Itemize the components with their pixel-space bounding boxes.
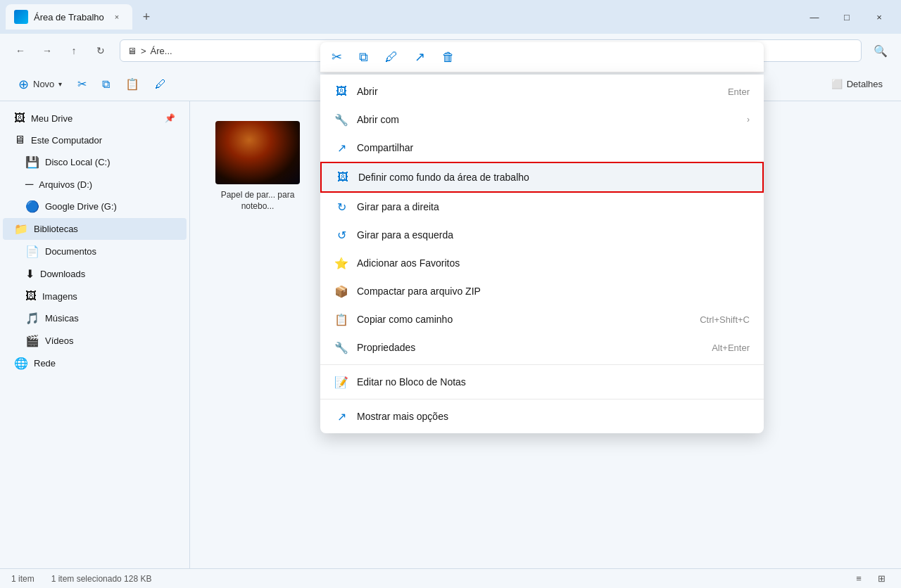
mais-opcoes-icon: ↗ — [334, 409, 348, 423]
separator-2 — [320, 399, 764, 400]
ctx-compactar[interactable]: 📦 Compactar para arquivo ZIP — [320, 277, 764, 305]
ctx-rename-icon[interactable]: 🖊 — [382, 47, 401, 68]
ctx-abrir[interactable]: 🖼 Abrir Enter — [320, 77, 764, 106]
ctx-share-icon[interactable]: ↗ — [412, 46, 428, 68]
ctx-definir-fundo[interactable]: 🖼 Definir como fundo da área de trabalho — [320, 162, 764, 193]
copiar-caminho-label: Copiar como caminho — [357, 314, 691, 325]
ctx-bloco-notas[interactable]: 📝 Editar no Bloco de Notas — [320, 368, 764, 396]
mais-opcoes-label: Mostrar mais opções — [357, 411, 750, 422]
bloco-notas-icon: 📝 — [334, 375, 348, 389]
context-menu-overlay: ✂ ⧉ 🖊 ↗ 🗑 🖼 Abrir Enter 🔧 Abrir com › ↗ — [0, 0, 901, 588]
girar-esquerda-icon: ↺ — [334, 228, 348, 242]
compartilhar-label: Compartilhar — [357, 142, 750, 153]
favoritos-icon: ⭐ — [334, 256, 348, 270]
ctx-copy-icon[interactable]: ⧉ — [356, 47, 371, 68]
ctx-propriedades[interactable]: 🔧 Propriedades Alt+Enter — [320, 333, 764, 362]
definir-fundo-icon: 🖼 — [336, 170, 350, 184]
propriedades-label: Propriedades — [357, 342, 703, 353]
context-menu: 🖼 Abrir Enter 🔧 Abrir com › ↗ Compartilh… — [320, 75, 764, 433]
compactar-label: Compactar para arquivo ZIP — [357, 286, 750, 297]
ctx-girar-direita[interactable]: ↻ Girar para a direita — [320, 193, 764, 221]
ctx-delete-icon[interactable]: 🗑 — [439, 47, 458, 68]
girar-direita-label: Girar para a direita — [357, 201, 750, 212]
abrir-com-arrow: › — [747, 115, 750, 124]
ctx-copiar-caminho[interactable]: 📋 Copiar como caminho Ctrl+Shift+C — [320, 305, 764, 333]
propriedades-icon: 🔧 — [334, 340, 348, 354]
abrir-com-icon: 🔧 — [334, 113, 348, 127]
ctx-abrir-com[interactable]: 🔧 Abrir com › — [320, 106, 764, 134]
propriedades-shortcut: Alt+Enter — [712, 343, 750, 353]
abrir-label: Abrir — [357, 86, 719, 97]
definir-fundo-label: Definir como fundo da área de trabalho — [358, 172, 748, 183]
compactar-icon: 📦 — [334, 284, 348, 298]
girar-esquerda-label: Girar para a esquerda — [357, 229, 750, 241]
ctx-girar-esquerda[interactable]: ↺ Girar para a esquerda — [320, 221, 764, 249]
abrir-shortcut: Enter — [728, 87, 750, 97]
compartilhar-icon: ↗ — [334, 141, 348, 155]
ctx-favoritos[interactable]: ⭐ Adicionar aos Favoritos — [320, 249, 764, 277]
separator-1 — [320, 364, 764, 365]
context-menu-toolbar: ✂ ⧉ 🖊 ↗ 🗑 — [320, 42, 764, 72]
bloco-notas-label: Editar no Bloco de Notas — [357, 376, 750, 388]
girar-direita-icon: ↻ — [334, 200, 348, 214]
ctx-compartilhar[interactable]: ↗ Compartilhar — [320, 134, 764, 162]
ctx-cut-icon[interactable]: ✂ — [329, 46, 345, 68]
copiar-caminho-shortcut: Ctrl+Shift+C — [700, 314, 750, 325]
favoritos-label: Adicionar aos Favoritos — [357, 257, 750, 269]
ctx-mais-opcoes[interactable]: ↗ Mostrar mais opções — [320, 402, 764, 430]
abrir-com-label: Abrir com — [357, 114, 738, 125]
copiar-caminho-icon: 📋 — [334, 312, 348, 326]
file-explorer-window: Área de Trabalho × + — □ × ← → ↑ ↻ 🖥 > Á… — [0, 0, 901, 588]
abrir-icon: 🖼 — [334, 84, 348, 98]
